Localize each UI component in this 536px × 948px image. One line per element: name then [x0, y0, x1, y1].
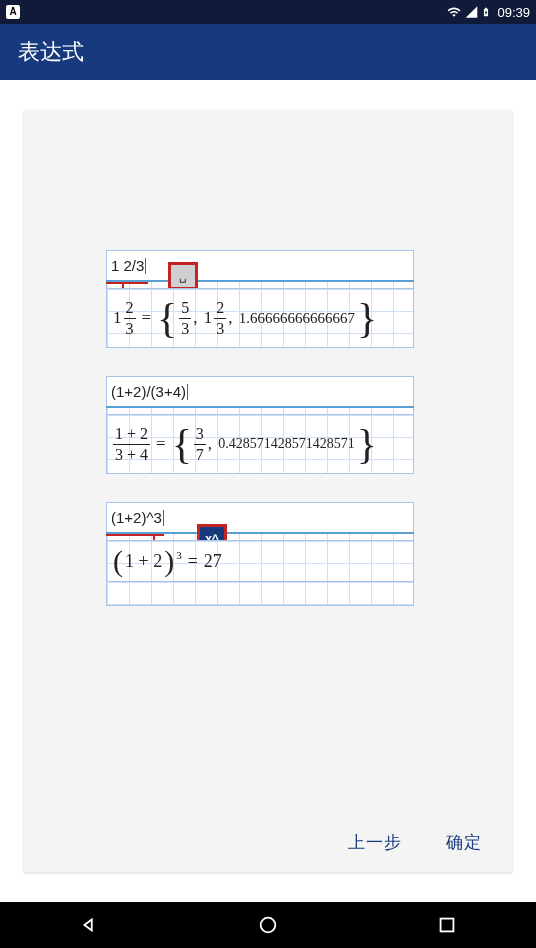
example-fraction-division: (1+2)/(3+4) 1 + 23 + 4 = { 37 , 0.428571… [106, 376, 414, 474]
app-icon-small: A [6, 5, 20, 19]
input-row-b[interactable]: (1+2)/(3+4) [106, 376, 414, 406]
examples-container: 1 2/3 ␣ 1 23 = { 53 [106, 250, 414, 634]
content-area: 1 2/3 ␣ 1 23 = { 53 [0, 80, 536, 902]
result-grid-a: 1 23 = { 53 , 1 23 , 1.66666666666667 } [106, 288, 414, 348]
signal-icon [464, 5, 479, 19]
underline-a [106, 280, 414, 282]
result-grid-c: ( 1 + 2 ) 3 = 27 [106, 540, 414, 582]
status-right: 09:39 [446, 4, 530, 20]
input-text-c: (1+2)^3 [111, 509, 162, 526]
nav-home-icon[interactable] [257, 914, 279, 936]
space-hint-callout: ␣ [168, 262, 198, 290]
svg-point-0 [261, 918, 276, 933]
footer-buttons: 上一步 确定 [348, 831, 482, 854]
input-row-a[interactable]: 1 2/3 [106, 250, 414, 280]
result-math-a: 1 23 = { 53 , 1 23 , 1.66666666666667 } [107, 289, 413, 347]
wifi-icon [446, 5, 462, 19]
input-row-c[interactable]: (1+2)^3 [106, 502, 414, 532]
status-time: 09:39 [497, 5, 530, 20]
grid-extra-c [106, 582, 414, 606]
battery-icon [481, 4, 491, 20]
example-mixed-fraction: 1 2/3 ␣ 1 23 = { 53 [106, 250, 414, 348]
result-math-b: 1 + 23 + 4 = { 37 , 0.428571428571428571… [107, 415, 413, 473]
result-math-c: ( 1 + 2 ) 3 = 27 [107, 541, 413, 581]
status-bar: A 09:39 [0, 0, 536, 24]
result-grid-b: 1 + 23 + 4 = { 37 , 0.428571428571428571… [106, 414, 414, 474]
app-bar: 表达式 [0, 24, 536, 80]
prev-button[interactable]: 上一步 [348, 831, 402, 854]
svg-rect-1 [440, 919, 453, 932]
nav-back-icon[interactable] [78, 914, 100, 936]
tutorial-card: 1 2/3 ␣ 1 23 = { 53 [24, 110, 512, 872]
navigation-bar [0, 902, 536, 948]
example-power: (1+2)^3 x^ ( 1 + 2 ) 3 = 2 [106, 502, 414, 606]
input-text-a: 1 2/3 [111, 257, 144, 274]
space-hint-text: ␣ [179, 269, 187, 283]
underline-b [106, 406, 414, 408]
nav-recent-icon[interactable] [436, 914, 458, 936]
status-left: A [6, 5, 20, 19]
input-text-b: (1+2)/(3+4) [111, 383, 186, 400]
app-title: 表达式 [18, 37, 84, 67]
red-underline-c [106, 534, 164, 536]
red-underline-a [106, 282, 148, 284]
ok-button[interactable]: 确定 [446, 831, 482, 854]
